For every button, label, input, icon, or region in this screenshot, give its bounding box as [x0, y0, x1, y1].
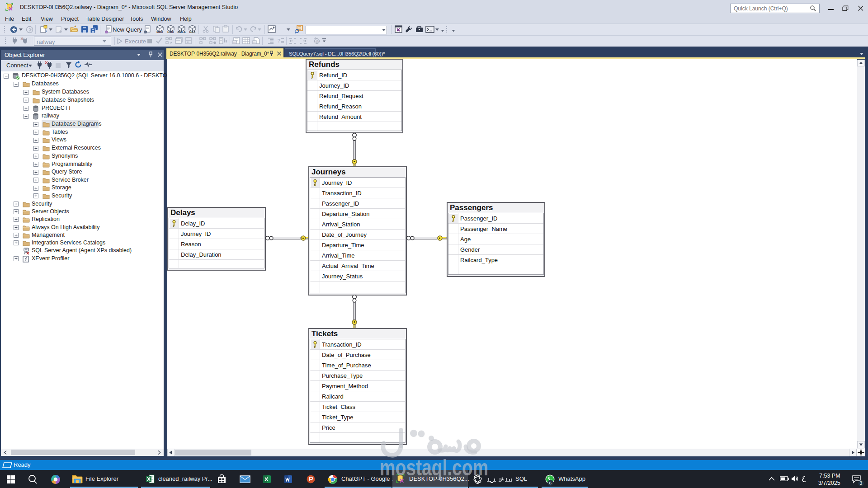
svg-text:01: 01: [253, 41, 256, 44]
svg-text:XMLA: XMLA: [177, 30, 186, 33]
svg-text:01: 01: [233, 41, 236, 44]
svg-text:DMX: DMX: [167, 30, 174, 33]
svg-text:@: @: [316, 39, 319, 43]
svg-text:DAX: DAX: [189, 30, 196, 33]
svg-text:MDX: MDX: [156, 30, 163, 33]
svg-text:?: ?: [278, 38, 280, 43]
